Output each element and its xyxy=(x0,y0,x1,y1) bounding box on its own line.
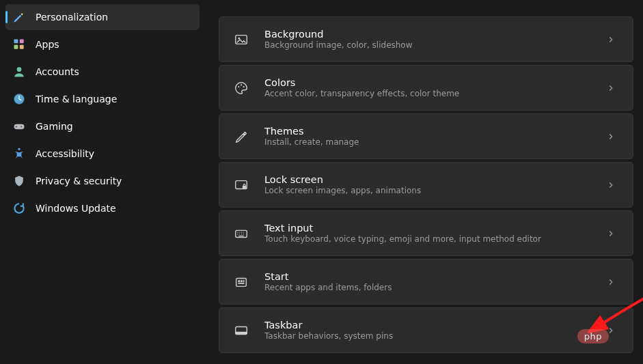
update-icon xyxy=(12,201,26,215)
svg-rect-18 xyxy=(236,278,247,286)
sidebar-item-label: Privacy & security xyxy=(36,176,122,186)
sidebar: Personalization Apps Accounts Time & lan… xyxy=(0,0,205,364)
svg-point-4 xyxy=(17,67,22,72)
sidebar-item-privacy-security[interactable]: Privacy & security xyxy=(5,168,200,194)
sidebar-item-windows-update[interactable]: Windows Update xyxy=(5,195,200,221)
chevron-right-icon xyxy=(603,31,619,48)
shield-icon xyxy=(12,174,26,188)
card-colors[interactable]: Colors Accent color, transparency effect… xyxy=(219,65,633,111)
svg-point-14 xyxy=(243,86,245,87)
watermark: php xyxy=(577,329,609,344)
sidebar-item-label: Accounts xyxy=(36,66,79,77)
card-text: Start Recent apps and items, folders xyxy=(264,271,588,292)
accessibility-icon xyxy=(12,147,26,160)
keyboard-icon xyxy=(233,225,249,242)
sidebar-item-label: Accessibility xyxy=(36,148,94,159)
card-subtitle: Accent color, transparency effects, colo… xyxy=(264,89,588,98)
card-text: Taskbar Taskbar behaviors, system pins xyxy=(264,320,588,341)
card-subtitle: Background image, color, slideshow xyxy=(264,40,588,50)
card-text: Lock screen Lock screen images, apps, an… xyxy=(264,174,588,195)
card-title: Lock screen xyxy=(264,174,588,185)
svg-rect-22 xyxy=(238,282,244,283)
card-subtitle: Recent apps and items, folders xyxy=(264,283,588,292)
svg-point-12 xyxy=(238,86,239,87)
card-lock-screen[interactable]: Lock screen Lock screen images, apps, an… xyxy=(219,162,633,208)
svg-rect-0 xyxy=(14,40,18,44)
svg-rect-24 xyxy=(236,331,247,334)
gamepad-icon xyxy=(12,120,26,133)
sidebar-item-label: Personalization xyxy=(36,12,108,23)
sidebar-item-accounts[interactable]: Accounts xyxy=(5,59,200,85)
sidebar-item-apps[interactable]: Apps xyxy=(5,31,200,57)
svg-rect-1 xyxy=(20,40,24,44)
card-title: Colors xyxy=(264,77,588,88)
svg-rect-3 xyxy=(20,45,24,49)
lock-screen-icon xyxy=(233,177,249,193)
sidebar-item-personalization[interactable]: Personalization xyxy=(5,4,200,30)
card-text: Themes Install, create, manage xyxy=(264,126,588,147)
card-title: Themes xyxy=(264,126,588,137)
card-taskbar[interactable]: Taskbar Taskbar behaviors, system pins xyxy=(219,307,633,353)
card-subtitle: Install, create, manage xyxy=(264,137,588,147)
main-content: Background Background image, color, slid… xyxy=(205,0,643,364)
brush-icon xyxy=(12,10,26,24)
card-subtitle: Taskbar behaviors, system pins xyxy=(264,331,588,341)
sidebar-item-label: Windows Update xyxy=(36,203,116,214)
card-text: Colors Accent color, transparency effect… xyxy=(264,77,588,98)
clock-globe-icon xyxy=(12,92,26,106)
svg-point-8 xyxy=(20,126,22,127)
card-start[interactable]: Start Recent apps and items, folders xyxy=(219,259,633,305)
svg-rect-16 xyxy=(243,185,247,188)
svg-rect-19 xyxy=(238,280,240,282)
card-title: Start xyxy=(264,271,588,282)
sidebar-item-time-language[interactable]: Time & language xyxy=(5,86,200,112)
card-title: Taskbar xyxy=(264,320,588,331)
card-text-input[interactable]: Text input Touch keyboard, voice typing,… xyxy=(219,210,633,256)
card-text: Background Background image, color, slid… xyxy=(264,29,588,50)
sidebar-item-gaming[interactable]: Gaming xyxy=(5,113,200,139)
card-text: Text input Touch keyboard, voice typing,… xyxy=(264,223,588,244)
card-title: Background xyxy=(264,29,588,40)
card-subtitle: Lock screen images, apps, animations xyxy=(264,186,588,195)
palette-icon xyxy=(233,80,249,96)
chevron-right-icon xyxy=(603,225,619,242)
svg-point-9 xyxy=(18,148,20,150)
svg-point-13 xyxy=(241,84,242,85)
svg-point-11 xyxy=(238,37,240,39)
svg-rect-2 xyxy=(14,45,18,49)
person-icon xyxy=(12,65,26,79)
chevron-right-icon xyxy=(603,80,619,96)
sidebar-item-label: Apps xyxy=(36,39,59,50)
taskbar-icon xyxy=(233,322,249,339)
svg-rect-20 xyxy=(241,280,243,282)
sidebar-item-label: Gaming xyxy=(36,121,73,132)
card-subtitle: Touch keyboard, voice typing, emoji and … xyxy=(264,234,588,244)
brush-icon xyxy=(233,128,249,145)
card-background[interactable]: Background Background image, color, slid… xyxy=(219,16,633,62)
start-icon xyxy=(233,274,249,290)
sidebar-item-label: Time & language xyxy=(36,94,117,104)
card-themes[interactable]: Themes Install, create, manage xyxy=(219,113,633,159)
sidebar-item-accessibility[interactable]: Accessibility xyxy=(5,141,200,167)
card-title: Text input xyxy=(264,223,588,234)
apps-icon xyxy=(12,38,26,51)
chevron-right-icon xyxy=(603,177,619,193)
chevron-right-icon xyxy=(603,128,619,145)
chevron-right-icon xyxy=(603,274,619,290)
svg-rect-21 xyxy=(243,280,245,282)
image-icon xyxy=(233,31,249,48)
